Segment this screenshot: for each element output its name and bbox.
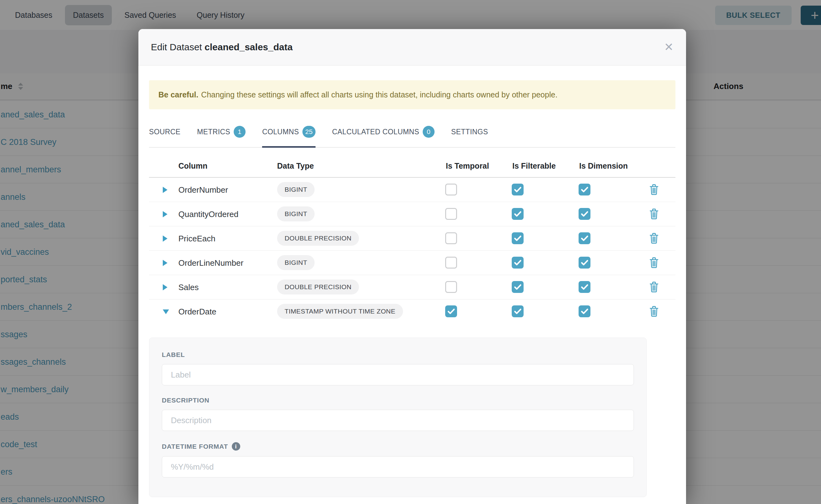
tab-calculated-columns[interactable]: CALCULATED COLUMNS0	[332, 117, 435, 147]
info-icon[interactable]: i	[232, 442, 240, 451]
trash-icon	[649, 216, 659, 220]
delete-column-button[interactable]	[649, 281, 659, 294]
tab-source[interactable]: SOURCE	[149, 117, 180, 147]
trash-icon	[649, 264, 659, 269]
data-type-header: Data Type	[277, 161, 314, 170]
column-row: OrderLineNumberBIGINT	[149, 251, 675, 275]
is-temporal-checkbox[interactable]	[445, 281, 457, 293]
column-row: PriceEachDOUBLE PRECISION	[149, 226, 675, 251]
trash-icon	[649, 313, 659, 318]
tab-columns[interactable]: COLUMNS25	[262, 117, 315, 147]
is-dimension-checkbox[interactable]	[579, 281, 591, 293]
is-filterable-checkbox[interactable]	[512, 257, 524, 269]
is-temporal-checkbox[interactable]	[445, 232, 457, 244]
is-dimension-checkbox[interactable]	[579, 305, 591, 317]
column-row: QuantityOrderedBIGINT	[149, 202, 675, 226]
is-temporal-header: Is Temporal	[446, 161, 489, 170]
column-name: OrderDate	[178, 307, 216, 317]
is-filterable-checkbox[interactable]	[512, 305, 524, 317]
column-name: QuantityOrdered	[178, 210, 238, 219]
data-type-pill: TIMESTAMP WITHOUT TIME ZONE	[277, 304, 403, 319]
trash-icon	[649, 289, 659, 294]
delete-column-button[interactable]	[649, 306, 659, 318]
warning-banner: Be careful.Changing these settings will …	[149, 80, 675, 109]
is-temporal-checkbox[interactable]	[445, 257, 457, 269]
warning-bold-text: Be careful.	[158, 90, 198, 99]
caret-right-icon[interactable]	[163, 211, 167, 217]
column-name: Sales	[178, 283, 199, 292]
tab-count-badge: 1	[234, 126, 245, 138]
is-filterable-checkbox[interactable]	[512, 232, 524, 244]
delete-column-button[interactable]	[649, 184, 659, 196]
tab-count-badge: 25	[302, 126, 315, 138]
data-type-pill: BIGINT	[277, 206, 314, 221]
label-input[interactable]	[162, 364, 634, 385]
datetime-format-label-text: DATETIME FORMAT	[162, 443, 228, 450]
is-temporal-checkbox[interactable]	[445, 184, 457, 195]
is-filterable-header: Is Filterable	[512, 161, 556, 170]
modal-tabs: SOURCEMETRICS1COLUMNS25CALCULATED COLUMN…	[149, 117, 675, 148]
is-dimension-checkbox[interactable]	[579, 232, 591, 244]
data-type-pill: DOUBLE PRECISION	[277, 231, 359, 246]
trash-icon	[649, 191, 659, 196]
modal-title: Edit Dataset cleaned_sales_data	[151, 42, 293, 52]
delete-column-button[interactable]	[649, 233, 659, 245]
is-dimension-checkbox[interactable]	[579, 208, 591, 220]
datetime-format-input[interactable]	[162, 456, 634, 477]
column-row: OrderDateTIMESTAMP WITHOUT TIME ZONE	[149, 299, 675, 324]
warning-text: Changing these settings will affect all …	[201, 90, 558, 99]
tab-label: METRICS	[197, 128, 230, 136]
modal-title-prefix: Edit Dataset	[151, 42, 202, 52]
column-name: OrderLineNumber	[178, 258, 243, 268]
edit-dataset-modal: Edit Dataset cleaned_sales_data ✕ Be car…	[138, 29, 686, 504]
trash-icon	[649, 240, 659, 245]
caret-right-icon[interactable]	[163, 187, 167, 193]
description-field-label: DESCRIPTION	[162, 397, 646, 404]
delete-column-button[interactable]	[649, 257, 659, 269]
data-type-pill: BIGINT	[277, 255, 314, 270]
is-dimension-checkbox[interactable]	[579, 257, 591, 269]
is-temporal-checkbox[interactable]	[445, 305, 457, 317]
caret-right-icon[interactable]	[163, 235, 167, 242]
modal-header: Edit Dataset cleaned_sales_data ✕	[138, 29, 686, 66]
column-name: OrderNumber	[178, 185, 228, 195]
tab-label: CALCULATED COLUMNS	[332, 128, 419, 136]
is-filterable-checkbox[interactable]	[512, 281, 524, 293]
is-filterable-checkbox[interactable]	[512, 208, 524, 220]
label-field-label: LABEL	[162, 351, 646, 358]
close-icon[interactable]: ✕	[664, 42, 674, 53]
modal-title-dataset-name: cleaned_sales_data	[205, 42, 293, 52]
column-row: OrderNumberBIGINT	[149, 178, 675, 202]
caret-down-icon[interactable]	[163, 309, 169, 314]
tab-label: SETTINGS	[451, 128, 488, 136]
column-header: Column	[178, 161, 207, 170]
caret-right-icon[interactable]	[163, 260, 167, 266]
is-filterable-checkbox[interactable]	[512, 184, 524, 195]
description-input[interactable]	[162, 410, 634, 431]
modal-body: Be careful.Changing these settings will …	[138, 80, 686, 497]
column-detail-panel: LABEL DESCRIPTION DATETIME FORMAT i	[149, 338, 647, 497]
tab-label: SOURCE	[149, 128, 180, 136]
is-dimension-checkbox[interactable]	[579, 184, 591, 195]
tab-label: COLUMNS	[262, 128, 299, 136]
datetime-format-field-label: DATETIME FORMAT i	[162, 442, 646, 451]
data-type-pill: DOUBLE PRECISION	[277, 279, 359, 294]
tab-settings[interactable]: SETTINGS	[451, 117, 488, 147]
is-temporal-checkbox[interactable]	[445, 208, 457, 220]
columns-table-body: OrderNumberBIGINTQuantityOrderedBIGINTPr…	[149, 178, 675, 324]
is-dimension-header: Is Dimension	[579, 161, 628, 170]
caret-right-icon[interactable]	[163, 284, 167, 290]
column-row: SalesDOUBLE PRECISION	[149, 275, 675, 299]
column-name: PriceEach	[178, 234, 215, 244]
tab-count-badge: 0	[423, 126, 435, 138]
tab-metrics[interactable]: METRICS1	[197, 117, 245, 147]
delete-column-button[interactable]	[649, 208, 659, 220]
data-type-pill: BIGINT	[277, 182, 314, 197]
columns-table-header: Column Data Type Is Temporal Is Filterab…	[149, 157, 675, 178]
